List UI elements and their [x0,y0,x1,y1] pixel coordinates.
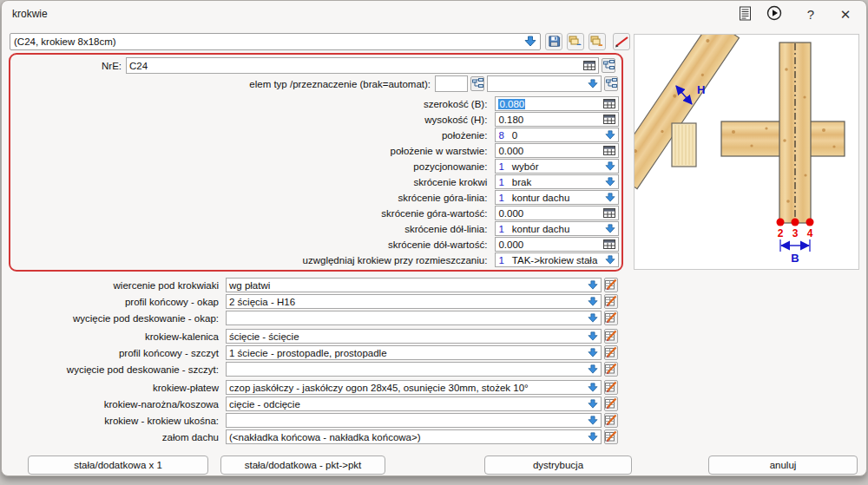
calculator-icon[interactable] [603,99,615,108]
fixed-additional-x1-button[interactable]: stała/dodatkowa x 1 [28,456,208,475]
field-label: skrócenie dół-wartość: [13,239,491,250]
skrocenie-krokwi-combo[interactable]: 1 brak [495,174,619,189]
platew-combo[interactable]: czop jaskółczy - jaskółczy ogon 28x45, o… [226,380,602,395]
pozycjonowanie-combo[interactable]: 1 wybór [495,159,619,174]
elem-typ-label: elem typ /przeznaczenie (brak=automat): [13,79,435,89]
profil-szczyt-edit-button[interactable] [604,345,618,360]
platew-edit-button[interactable] [604,380,618,395]
choice-number: 1 [498,255,503,265]
polozenie-value: 0 [512,130,517,141]
skrocenie-gora-linia-combo[interactable]: 1 kontur dachu [495,190,619,205]
calculator-icon[interactable] [603,239,615,249]
dropdown-arrow-icon[interactable] [588,364,598,374]
dialog-krokwie: krokwie ? ✕ (C24, krokiew 8x18cm) [1,0,867,476]
row-polozenie-w-warstwie: położenie w warstwie: 0.000 [13,143,619,158]
profil-szczyt-combo[interactable]: 1 ściecie - prostopadle, prostopadle [226,345,602,360]
draw-button[interactable] [613,33,630,50]
zalom-edit-button[interactable] [604,429,618,444]
field-label: wiercenie pod krokwiaki [9,280,223,291]
field-label: wycięcie pod deskowanie - szczyt: [9,364,223,375]
document-list-button[interactable] [734,4,755,23]
point-label-2: 2 [778,227,784,239]
point-label-3: 3 [792,227,799,239]
close-button[interactable]: ✕ [835,4,856,23]
skrocenie-dol-wartosc-input[interactable]: 0.000 [495,237,619,252]
dropdown-arrow-icon[interactable] [605,161,615,171]
load-preset-button[interactable] [567,33,584,50]
store-preset-button[interactable] [589,33,606,50]
b-dimension: B [780,239,810,265]
dropdown-arrow-icon[interactable] [605,224,615,233]
platew-value: czop jaskółczy - jaskółczy ogon 28x45, o… [229,383,529,393]
row-elem-typ: elem typ /przeznaczenie (brak=automat): [13,75,619,92]
elem-przeznaczenie-tree-button[interactable] [604,76,618,91]
dropdown-arrow-icon[interactable] [605,130,615,140]
play-button[interactable] [764,4,785,23]
elem-przeznaczenie-combo[interactable] [487,75,602,92]
ukosna-edit-button[interactable] [604,413,618,428]
calculator-icon[interactable] [603,208,615,218]
calculator-icon[interactable] [583,61,595,70]
dropdown-arrow-icon[interactable] [588,348,598,357]
narozna-value: cięcie - odcięcie [229,399,300,410]
save-preset-button[interactable] [545,33,562,50]
uzwgledniaj-combo[interactable]: 1 TAK->krokiew stała [495,252,619,267]
wyciecie-okap-combo[interactable] [226,311,602,325]
skrocenie-gora-wartosc-input[interactable]: 0.000 [495,206,619,220]
wyciecie-okap-edit-button[interactable] [604,311,618,325]
profil-okap-combo[interactable]: 2 ścięcia - H16 [226,294,602,309]
dropdown-arrow-icon[interactable] [588,297,598,306]
rafter-cross-section [672,123,696,167]
nre-input[interactable]: C24 [126,57,599,74]
dropdown-arrow-icon[interactable] [588,383,598,392]
dropdown-arrow-icon[interactable] [588,416,598,425]
field-label: skrócenie góra-linia: [13,193,491,203]
rafter-top-view [779,43,811,223]
dropdown-arrow-icon[interactable] [588,280,598,290]
narozna-edit-button[interactable] [604,397,618,411]
h-label: H [697,83,705,96]
cancel-button[interactable]: anuluj [708,456,858,475]
wiercenie-combo[interactable]: wg płatwi [226,278,602,292]
dropdown-arrow-icon[interactable] [605,193,615,202]
wyciecie-szczyt-combo[interactable] [226,362,602,377]
row-ukosna: krokiew - krokiew ukośna: [9,413,621,428]
dropdown-arrow-icon[interactable] [524,36,536,49]
calculator-icon[interactable] [603,146,615,155]
nre-tree-button[interactable] [602,58,615,73]
preset-combo[interactable]: (C24, krokiew 8x18cm) [10,33,541,50]
elem-typ-tree-button[interactable] [470,76,484,91]
wysokosc-input[interactable]: 0.180 [495,112,619,127]
dropdown-arrow-icon[interactable] [588,432,598,442]
wiercenie-edit-button[interactable] [604,278,618,292]
dropdown-arrow-icon[interactable] [588,331,598,341]
profil-okap-edit-button[interactable] [604,294,618,309]
row-kalenica: krokiew-kalenica ścięcie - ścięcie [9,329,621,344]
wiercenie-value: wg płatwi [229,280,270,291]
kalenica-combo[interactable]: ścięcie - ścięcie [226,329,602,344]
polozenie-combo[interactable]: 8 0 [495,128,619,142]
calculator-icon[interactable] [603,115,615,124]
kalenica-edit-button[interactable] [604,329,618,344]
row-profil-okap: profil końcowy - okap 2 ścięcia - H16 [9,294,621,309]
row-profil-szczyt: profil końcowy - szczyt 1 ściecie - pros… [9,345,621,360]
zalom-combo[interactable]: (<nakładka końcowa - nakładka końcowa>) [226,429,602,444]
dropdown-arrow-icon[interactable] [588,313,598,323]
dropdown-arrow-icon[interactable] [588,399,598,409]
dropdown-arrow-icon[interactable] [605,255,615,265]
help-button[interactable]: ? [800,4,821,23]
ukosna-combo[interactable] [226,413,602,428]
distribution-button[interactable]: dystrybucja [484,456,632,475]
skrocenie-dol-linia-combo[interactable]: 1 kontur dachu [495,221,619,236]
elem-typ-input[interactable] [435,75,468,92]
szerokosc-input[interactable]: 0.080 [495,96,619,111]
edit-grid-icon [605,363,617,376]
rafter-parameters-box: NrE: C24 elem typ /przeznaczenie (brak=a… [9,53,623,272]
dropdown-arrow-icon[interactable] [588,79,598,88]
fixed-additional-pkt-button[interactable]: stała/dodatkowa - pkt->pkt [220,456,385,475]
wyciecie-szczyt-edit-button[interactable] [604,362,618,377]
polozenie-warstwa-input[interactable]: 0.000 [495,143,619,158]
dropdown-arrow-icon[interactable] [605,177,615,187]
narozna-combo[interactable]: cięcie - odcięcie [226,397,602,411]
row-platew: krokiew-płatew czop jaskółczy - jaskółcz… [9,380,621,395]
